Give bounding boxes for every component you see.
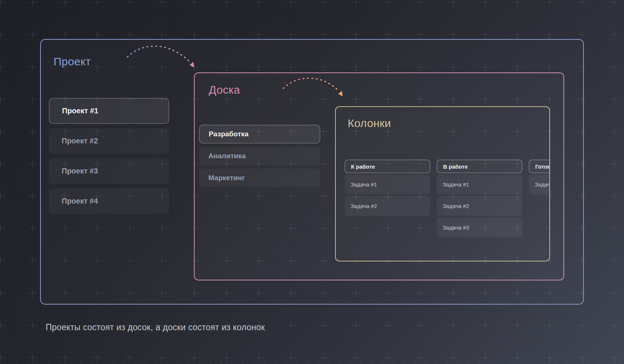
project-item-4: Проект #4 <box>49 188 169 214</box>
plus-mark <box>578 0 586 7</box>
plus-mark <box>319 321 328 330</box>
plus-mark <box>0 289 5 298</box>
plus-mark <box>513 30 522 39</box>
plus-mark <box>546 0 554 7</box>
plus-mark <box>0 354 5 362</box>
plus-mark <box>610 289 619 298</box>
plus-mark <box>319 30 328 39</box>
plus-mark <box>610 224 619 233</box>
plus-mark <box>319 354 328 362</box>
plus-mark <box>158 354 166 362</box>
column-header: В работе <box>437 160 522 173</box>
plus-mark <box>546 321 554 330</box>
board-list: Разработка Аналитика Маркетинг <box>199 125 320 187</box>
plus-mark <box>384 354 393 362</box>
plus-mark <box>61 354 69 362</box>
plus-mark <box>287 0 296 7</box>
plus-mark <box>190 30 199 39</box>
board-box-title: Доска <box>209 84 240 96</box>
plus-mark <box>93 30 102 39</box>
kanban-columns: К работе Задача #1 Задача #2 В работе За… <box>345 160 550 239</box>
plus-mark <box>384 321 393 330</box>
task-card: Задача #2 <box>345 196 430 216</box>
kanban-column-inprogress: В работе Задача #1 Задача #2 Задача #3 <box>437 160 522 239</box>
plus-mark <box>29 30 37 39</box>
project-list: Проект #1 Проект #2 Проект #3 Проект #4 <box>49 98 169 214</box>
plus-mark <box>352 0 360 7</box>
plus-mark <box>93 354 102 362</box>
plus-mark <box>126 354 134 362</box>
plus-mark <box>610 95 619 104</box>
task-card: Задача #1 <box>345 175 430 194</box>
plus-mark <box>610 30 619 39</box>
plus-mark <box>0 224 5 233</box>
plus-mark <box>0 95 5 104</box>
plus-mark <box>416 354 425 362</box>
plus-mark <box>352 321 360 330</box>
plus-mark <box>29 321 37 330</box>
plus-mark <box>610 192 619 201</box>
plus-mark <box>158 30 166 39</box>
board-item-3: Маркетинг <box>199 169 320 187</box>
plus-mark <box>546 30 554 39</box>
plus-mark <box>255 354 263 362</box>
plus-mark <box>481 0 490 7</box>
plus-mark <box>29 0 37 7</box>
plus-mark <box>0 30 5 39</box>
column-header: Готово <box>529 160 550 173</box>
plus-mark <box>190 0 199 7</box>
plus-mark <box>126 30 134 39</box>
project-item-1: Проект #1 <box>49 98 169 124</box>
plus-mark <box>352 30 360 39</box>
plus-mark <box>449 0 457 7</box>
task-card: Задача #1 <box>437 175 522 194</box>
plus-mark <box>255 30 263 39</box>
project-item-3: Проект #3 <box>49 158 169 184</box>
plus-mark <box>513 321 522 330</box>
project-box: Проект Проект #1 Проект #2 Проект #3 Про… <box>40 39 584 305</box>
board-item-1: Разработка <box>199 125 320 143</box>
plus-mark <box>610 257 619 265</box>
board-item-2: Аналитика <box>199 147 320 165</box>
plus-mark <box>384 0 393 7</box>
plus-mark <box>416 321 425 330</box>
plus-mark <box>0 127 5 136</box>
plus-mark <box>222 30 231 39</box>
plus-mark <box>0 321 5 330</box>
plus-mark <box>416 0 425 7</box>
plus-mark <box>416 30 425 39</box>
plus-mark <box>0 63 5 71</box>
plus-mark <box>481 321 490 330</box>
plus-mark <box>29 257 37 265</box>
plus-mark <box>610 0 619 7</box>
task-card: Задача #2 <box>437 196 522 216</box>
plus-mark <box>29 63 37 71</box>
plus-mark <box>222 354 231 362</box>
plus-mark <box>222 0 231 7</box>
plus-mark <box>29 354 37 362</box>
plus-mark <box>126 0 134 7</box>
plus-mark <box>158 0 166 7</box>
plus-mark <box>319 0 328 7</box>
task-card: Задача #1 <box>529 175 550 194</box>
plus-mark <box>513 354 522 362</box>
kanban-column-done: Готово Задача #1 <box>529 160 550 239</box>
plus-mark <box>29 127 37 136</box>
plus-mark <box>449 30 457 39</box>
plus-mark <box>352 354 360 362</box>
plus-mark <box>287 354 296 362</box>
plus-mark <box>384 30 393 39</box>
plus-mark <box>610 160 619 168</box>
plus-mark <box>481 354 490 362</box>
plus-mark <box>610 63 619 71</box>
plus-mark <box>29 160 37 168</box>
plus-mark <box>287 30 296 39</box>
plus-mark <box>610 321 619 330</box>
plus-mark <box>610 127 619 136</box>
kanban-column-todo: К работе Задача #1 Задача #2 <box>345 160 430 239</box>
plus-mark <box>61 30 69 39</box>
plus-mark <box>0 160 5 168</box>
plus-mark <box>29 192 37 201</box>
plus-mark <box>513 0 522 7</box>
columns-box: Колонки К работе Задача #1 Задача #2 В р… <box>335 106 550 261</box>
